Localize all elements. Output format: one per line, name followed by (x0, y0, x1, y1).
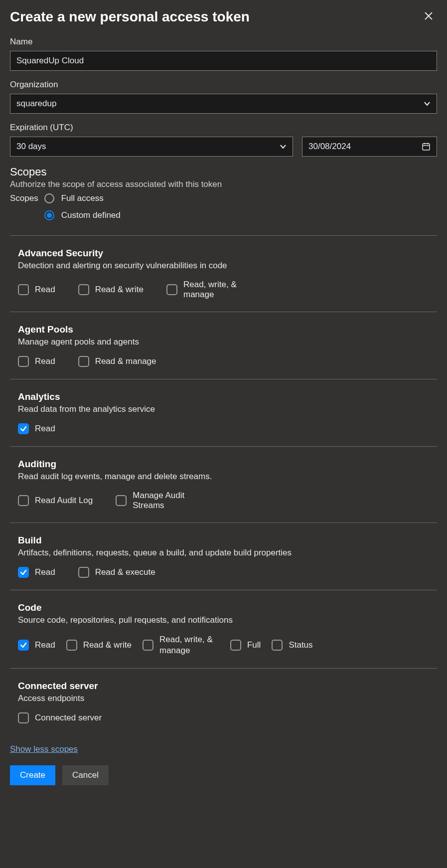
scope-group-desc: Read data from the analytics service (18, 404, 437, 414)
scope-group-title: Auditing (18, 459, 437, 470)
checkbox-label: Read Audit Log (35, 496, 93, 506)
close-button[interactable] (420, 9, 437, 25)
checkbox-label: Read (35, 356, 55, 366)
checkbox[interactable] (78, 567, 89, 578)
checkbox-label: Read & execute (95, 567, 155, 577)
chevron-down-icon (280, 143, 287, 150)
checkbox-label: Read & write (83, 640, 132, 651)
name-label: Name (10, 37, 437, 47)
scope-group: Connected serverAccess endpointsConnecte… (10, 669, 437, 735)
checkbox[interactable] (18, 567, 29, 578)
radio-full-access[interactable] (44, 193, 54, 203)
dialog-title: Create a new personal access token (10, 9, 250, 25)
checkbox-label: Read (35, 567, 55, 577)
calendar-icon (422, 142, 431, 151)
radio-custom-defined[interactable] (44, 210, 54, 220)
expiration-duration-select[interactable]: 30 days (10, 137, 293, 157)
checkbox[interactable] (143, 640, 153, 651)
checkbox[interactable] (166, 284, 177, 295)
scope-group-title: Connected server (18, 681, 437, 692)
scope-group: BuildArtifacts, definitions, requests, q… (10, 523, 437, 590)
checkbox-label: Read (35, 640, 55, 650)
scope-group: CodeSource code, repositories, pull requ… (10, 590, 437, 668)
checkbox[interactable] (78, 356, 89, 367)
checkbox[interactable] (272, 640, 283, 651)
checkbox[interactable] (18, 712, 29, 723)
scopes-radio-label: Scopes (10, 193, 38, 223)
scope-group-desc: Detection and alerting on security vulne… (18, 261, 437, 271)
checkbox[interactable] (18, 284, 29, 295)
scope-group-title: Build (18, 535, 437, 546)
organization-select[interactable]: squaredup (10, 94, 437, 114)
radio-full-access-label: Full access (61, 193, 104, 203)
scope-group-desc: Manage agent pools and agents (18, 337, 437, 347)
checkbox-label: Read (35, 285, 55, 295)
radio-custom-defined-label: Custom defined (61, 210, 121, 220)
checkbox-label: Connected server (35, 713, 102, 723)
name-input[interactable] (10, 51, 437, 71)
create-button[interactable]: Create (10, 765, 55, 785)
checkbox-label: Read & write (95, 285, 144, 295)
scope-group: Agent PoolsManage agent pools and agents… (10, 312, 437, 379)
organization-label: Organization (10, 80, 437, 90)
scope-group: AuditingRead audit log events, manage an… (10, 447, 437, 522)
scope-group-title: Analytics (18, 391, 437, 402)
checkbox-label: Read, write, & manage (159, 634, 219, 656)
expiration-date-input[interactable]: 30/08/2024 (302, 137, 437, 157)
expiration-duration-value: 30 days (16, 142, 46, 152)
scope-group: AnalyticsRead data from the analytics se… (10, 379, 437, 446)
scope-group-title: Code (18, 602, 437, 613)
checkbox-label: Full (247, 640, 261, 650)
scopes-subtitle: Authorize the scope of access associated… (10, 179, 437, 189)
checkbox[interactable] (18, 640, 29, 651)
close-icon (424, 11, 433, 20)
checkbox-label: Manage Audit Streams (133, 491, 202, 511)
scope-group: Advanced SecurityDetection and alerting … (10, 236, 437, 312)
svg-rect-0 (423, 144, 430, 150)
checkbox[interactable] (66, 640, 77, 651)
checkbox-label: Read & manage (95, 356, 156, 366)
checkbox-label: Status (289, 640, 312, 650)
checkbox[interactable] (78, 284, 89, 295)
checkbox[interactable] (116, 495, 127, 506)
scope-group-desc: Artifacts, definitions, requests, queue … (18, 548, 437, 558)
checkbox[interactable] (230, 640, 241, 651)
checkbox-label: Read (35, 424, 55, 434)
checkbox[interactable] (18, 423, 29, 434)
scopes-title: Scopes (10, 166, 437, 178)
expiration-date-value: 30/08/2024 (308, 142, 351, 152)
expiration-label: Expiration (UTC) (10, 123, 437, 133)
organization-value: squaredup (16, 99, 56, 109)
cancel-button[interactable]: Cancel (62, 765, 109, 785)
checkbox[interactable] (18, 495, 29, 506)
scope-group-desc: Access endpoints (18, 694, 437, 703)
checkbox-label: Read, write, & manage (183, 280, 253, 300)
chevron-down-icon (424, 100, 431, 107)
checkbox[interactable] (18, 356, 29, 367)
scope-group-desc: Read audit log events, manage and delete… (18, 472, 437, 482)
scope-group-desc: Source code, repositories, pull requests… (18, 615, 437, 625)
scope-group-title: Advanced Security (18, 248, 437, 259)
scope-group-title: Agent Pools (18, 324, 437, 335)
show-less-scopes-link[interactable]: Show less scopes (10, 744, 78, 754)
